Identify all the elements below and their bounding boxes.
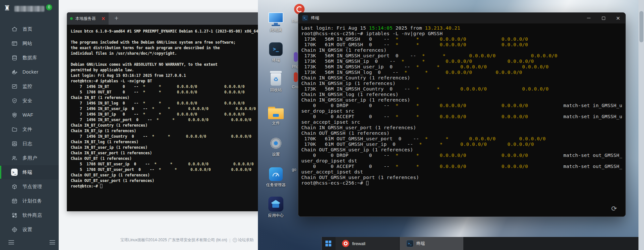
terminal-line: 7 1496 IN_BT_user_port 0 -- * * 0.0.0.0/… xyxy=(71,117,259,123)
sidebar-bottom-bar xyxy=(0,239,59,247)
refresh-icon[interactable]: ⟳ xyxy=(611,205,617,213)
connected-status-dot xyxy=(70,17,73,20)
ssh-terminal-screen[interactable]: Last login: Fri Aug 15 15:14:05 2025 fro… xyxy=(298,23,625,217)
sidebar-item-logs[interactable]: 日志 xyxy=(0,136,59,151)
taskbar-item-firewall[interactable]: firewall xyxy=(336,237,399,250)
terminal-line: 7 1496 IN_BT_ip 0 -- * * 0.0.0.0/0 0.0.0… xyxy=(71,112,259,117)
collapse-sidebar-icon[interactable] xyxy=(8,240,14,244)
window-title-bar[interactable]: >_ 终端 × xyxy=(298,13,625,23)
terminal-line: Chain IN_BT_log (1 references) xyxy=(71,139,259,145)
terminal-line: Chain OUT_GMSSH_user_ip (1 references) xyxy=(301,147,625,153)
logs-icon xyxy=(11,140,18,147)
taskbar-item-label: 终端 xyxy=(416,241,425,246)
start-launcher-button[interactable] xyxy=(322,237,335,250)
partial-icon-label[interactable]: Cro xyxy=(292,85,298,89)
sidebar-item-label: 计划任务 xyxy=(22,198,42,204)
cro-app-icon[interactable] xyxy=(294,72,298,82)
security-icon xyxy=(11,97,18,104)
sidebar-item-label: WAF xyxy=(22,112,33,118)
sidebar-item-users[interactable]: 多用户 xyxy=(0,151,59,165)
docker-icon xyxy=(11,69,18,75)
terminal-line: 7 1496 IN_BT 0 -- * * 0.0.0.0/0 0.0.0.0/… xyxy=(71,84,259,90)
menu-icon[interactable] xyxy=(50,240,55,244)
terminal-line: 0 0 DROP 0 -- * * 0.0.0.0/0 0.0.0.0/0 ma… xyxy=(301,103,625,108)
sidebar-item-label: 首页 xyxy=(22,26,32,32)
desktop-icon-folder[interactable]: 文件 xyxy=(262,101,289,126)
terminal-line: Chain IN_GMSSH (1 references) xyxy=(301,48,625,53)
sidebar-item-label: 终端 xyxy=(22,169,32,175)
desktop-icon-label: 任务管理器 xyxy=(262,182,289,188)
cron-icon xyxy=(11,198,18,204)
firewall-icon xyxy=(342,240,349,247)
new-tab-button[interactable]: + xyxy=(114,14,118,22)
footer-divider: | xyxy=(230,238,231,243)
sidebar-item-store[interactable]: 软件商店 xyxy=(0,208,59,222)
nodes-icon xyxy=(11,183,18,190)
desktop-icon-appcenter[interactable]: 应用中心 xyxy=(262,193,289,218)
sidebar-item-label: Docker xyxy=(22,69,38,75)
sidebar-item-label: 网站 xyxy=(22,40,32,47)
terminal-line: Linux btcn 6.1.0-9-amd64 #1 SMP PREEMPT_… xyxy=(71,29,259,34)
php-app-icon[interactable] xyxy=(294,52,298,62)
terminal-tab-bar: 本地服务器 × + xyxy=(67,12,263,25)
windows-desktop: 此电脑>_终端♻回收站文件设置任务管理器应用中心 RecPhpCrogo >_ … xyxy=(258,0,644,250)
bt-logo-icon: ♜ xyxy=(4,4,10,12)
sidebar-item-nodes[interactable]: 节点管理 xyxy=(0,179,59,194)
sidebar-menu: 首页网站数据库Docker监控安全WAF文件日志多用户>_终端节点管理计划任务软… xyxy=(0,22,59,237)
users-icon xyxy=(11,155,18,161)
terminal-line: Chain IN_BT (1 references) xyxy=(71,95,259,101)
sidebar-item-waf[interactable]: WAF xyxy=(0,108,59,122)
sidebar-item-database[interactable]: 数据库 xyxy=(0,50,59,65)
waf-icon xyxy=(11,112,18,118)
terminal-line: root@hcss-ecs-c256:~# iptables -L -nv|gr… xyxy=(301,31,625,36)
terminal-line: 7 1496 IN_BT_user_ip 0 -- * * 0.0.0.0/0 … xyxy=(71,106,259,112)
close-tab-icon[interactable]: × xyxy=(101,16,105,21)
desktop-icon-gear[interactable]: 设置 xyxy=(262,132,289,157)
sidebar-item-files[interactable]: 文件 xyxy=(0,122,59,136)
minimize-button[interactable] xyxy=(581,13,596,23)
sidebar-item-home[interactable]: 首页 xyxy=(0,22,59,36)
logo-row: ♜ 0 xyxy=(0,3,59,15)
sidebar-item-cron[interactable]: 计划任务 xyxy=(0,194,59,208)
desktop-icon-pc[interactable]: 此电脑 xyxy=(262,8,289,33)
desktop-icon-taskmgr[interactable]: 任务管理器 xyxy=(262,163,289,188)
browser-scrollbar[interactable] xyxy=(638,0,644,250)
sidebar-item-security[interactable]: 安全 xyxy=(0,93,59,108)
maximize-button[interactable] xyxy=(596,13,611,23)
sidebar-item-settings[interactable]: 设置 xyxy=(0,222,59,237)
gear-icon xyxy=(262,132,289,150)
terminal-line: 170K 61M OUT_GMSSH 0 -- * * 0.0.0.0/0 0.… xyxy=(301,42,625,48)
desktop-icon-label: 此电脑 xyxy=(262,27,289,33)
copyright-text: 宝塔Linux面板©2014-2025 广东堡塔安全技术有限公司 (bt.cn) xyxy=(120,237,227,243)
scrollbar-thumb[interactable] xyxy=(639,11,643,42)
desktop-icon-recycle[interactable]: ♻回收站 xyxy=(262,68,289,93)
desktop-icon-label: 应用中心 xyxy=(262,213,289,218)
terminal-line: Chain IN_GMSSH_log (1 references) xyxy=(301,92,625,97)
folder-icon xyxy=(262,101,289,119)
pc-icon xyxy=(262,8,289,26)
terminal-line: The programs included with the Debian GN… xyxy=(71,40,259,45)
bt-terminal-screen[interactable]: Linux btcn 6.1.0-9-amd64 #1 SMP PREEMPT_… xyxy=(67,25,263,211)
sidebar-item-monitor[interactable]: 监控 xyxy=(0,79,59,93)
terminal-line: Chain IN_GMSSH_user_port (1 references) xyxy=(301,125,625,131)
terminal-line: 173K 56M IN_GMSSH_user_port 0 -- * * 0.0… xyxy=(301,53,625,59)
close-button[interactable]: × xyxy=(611,13,625,23)
desktop-icon-label: 设置 xyxy=(262,152,289,157)
database-icon xyxy=(11,54,18,61)
sidebar-item-label: 日志 xyxy=(22,141,32,147)
sidebar-item-terminal[interactable]: >_终端 xyxy=(0,165,59,179)
help-icon: ? xyxy=(233,238,237,242)
desktop-icon-terminal[interactable]: >_终端 xyxy=(262,38,289,63)
partial-icon-label[interactable]: go xyxy=(292,167,296,172)
terminal-line: Last login: Fri Aug 15 15:14:05 2025 fro… xyxy=(301,25,625,31)
notification-badge[interactable]: 0 xyxy=(46,4,52,10)
sidebar-item-docker[interactable]: Docker xyxy=(0,65,59,79)
forum-help-link[interactable]: ?论坛求助 xyxy=(233,237,254,243)
store-icon xyxy=(11,212,18,218)
desktop-icon-label: 回收站 xyxy=(262,87,289,93)
sidebar-item-site[interactable]: 网站 xyxy=(0,36,59,50)
terminal-line: Chain IN_GMSSH_ip (1 references) xyxy=(301,81,625,86)
taskbar-item-terminal[interactable]: >_终端 xyxy=(400,237,463,250)
terminal-line: 0 0 ACCEPT 0 -- * * 0.0.0.0/0 0.0.0.0/0 … xyxy=(301,164,625,169)
tab-local-server[interactable]: 本地服务器 × xyxy=(67,12,109,25)
